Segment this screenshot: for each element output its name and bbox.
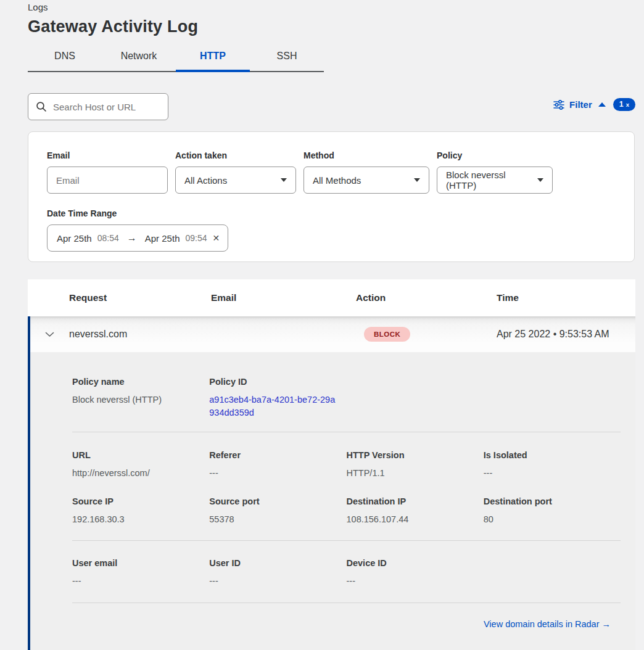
table-row[interactable]: neverssl.com BLOCK Apr 25 2022 • 9:53:53… bbox=[30, 316, 635, 352]
detail-field: Destination IP 108.156.107.44 bbox=[347, 496, 484, 526]
policy-filter-select[interactable]: Block neverssl (HTTP) bbox=[437, 167, 553, 194]
row-expander[interactable] bbox=[30, 332, 69, 337]
tab-network[interactable]: Network bbox=[102, 48, 176, 71]
source-ip-label: Source IP bbox=[72, 496, 209, 506]
chevron-down-icon bbox=[281, 178, 287, 182]
column-header-time: Time bbox=[497, 292, 635, 303]
device-id-value: --- bbox=[347, 575, 484, 588]
tab-http[interactable]: HTTP bbox=[176, 48, 250, 71]
user-id-value: --- bbox=[209, 575, 346, 588]
detail-field: Source IP 192.168.30.3 bbox=[72, 496, 209, 526]
detail-field: Is Isolated --- bbox=[484, 450, 621, 480]
action-filter-group: Action taken All Actions bbox=[175, 150, 296, 194]
detail-field: Policy name Block neverssl (HTTP) bbox=[72, 377, 209, 419]
column-header-email: Email bbox=[211, 292, 356, 303]
detail-field: User email --- bbox=[72, 558, 209, 588]
page-title: Gateway Activity Log bbox=[28, 17, 198, 36]
detail-field: URL http://neverssl.com/ bbox=[72, 450, 209, 480]
chevron-down-icon bbox=[45, 332, 54, 337]
breadcrumb[interactable]: Logs bbox=[28, 2, 48, 12]
email-filter-group: Email bbox=[47, 150, 168, 194]
source-port-value: 55378 bbox=[209, 513, 346, 526]
start-time[interactable]: 08:54 bbox=[97, 233, 119, 243]
end-time[interactable]: 09:54 bbox=[185, 233, 207, 243]
url-label: URL bbox=[72, 450, 209, 460]
radar-link-row: View domain details in Radar → bbox=[72, 603, 621, 630]
policy-filter-group: Policy Block neverssl (HTTP) bbox=[437, 150, 553, 194]
action-filter-select[interactable]: All Actions bbox=[175, 167, 296, 194]
tab-ssh[interactable]: SSH bbox=[250, 48, 324, 71]
chevron-down-icon bbox=[537, 178, 543, 182]
destination-ip-label: Destination IP bbox=[347, 496, 484, 506]
user-section: User email --- User ID --- Device ID --- bbox=[72, 541, 621, 603]
start-date[interactable]: Apr 25th bbox=[57, 233, 92, 244]
filter-clear-x-icon: x bbox=[626, 101, 629, 108]
http-section: URL http://neverssl.com/ Referer --- HTT… bbox=[72, 432, 621, 480]
policy-filter-value: Block neverssl (HTTP) bbox=[446, 170, 531, 191]
search-input[interactable] bbox=[53, 102, 160, 112]
method-filter-value: All Methods bbox=[313, 175, 361, 186]
end-date[interactable]: Apr 25th bbox=[145, 233, 180, 244]
date-range-picker[interactable]: Apr 25th 08:54 → Apr 25th 09:54 ✕ bbox=[47, 224, 228, 252]
row-details-panel: Policy name Block neverssl (HTTP) Policy… bbox=[30, 352, 635, 650]
network-section: Source IP 192.168.30.3 Source port 55378… bbox=[72, 480, 621, 540]
detail-field: Policy ID a91c3eb4-ba7a-4201-be72-29a934… bbox=[209, 377, 346, 419]
detail-field: Destination port 80 bbox=[484, 496, 621, 526]
destination-port-value: 80 bbox=[484, 513, 621, 526]
date-range-group: Date Time Range Apr 25th 08:54 → Apr 25t… bbox=[47, 208, 616, 252]
detail-field: Source port 55378 bbox=[209, 496, 346, 526]
source-ip-value: 192.168.30.3 bbox=[72, 513, 209, 526]
column-header-request: Request bbox=[69, 292, 211, 303]
detail-field: Referer --- bbox=[209, 450, 346, 480]
is-isolated-value: --- bbox=[484, 467, 621, 480]
chevron-down-icon bbox=[414, 178, 420, 182]
is-isolated-label: Is Isolated bbox=[484, 450, 621, 460]
policy-id-label: Policy ID bbox=[209, 377, 346, 387]
search-icon bbox=[36, 101, 47, 112]
expanded-row-container: neverssl.com BLOCK Apr 25 2022 • 9:53:53… bbox=[28, 316, 635, 650]
row-request[interactable]: neverssl.com bbox=[69, 329, 211, 340]
http-version-label: HTTP Version bbox=[347, 450, 484, 460]
method-filter-label: Method bbox=[303, 150, 429, 160]
policy-name-label: Policy name bbox=[72, 377, 209, 387]
clear-date-range-icon[interactable]: ✕ bbox=[213, 233, 220, 243]
column-header-action: Action bbox=[356, 292, 497, 303]
email-filter-field[interactable] bbox=[47, 167, 168, 194]
device-id-label: Device ID bbox=[347, 558, 484, 568]
user-id-label: User ID bbox=[209, 558, 346, 568]
http-version-value: HTTP/1.1 bbox=[347, 467, 484, 480]
detail-field: HTTP Version HTTP/1.1 bbox=[347, 450, 484, 480]
search-box[interactable] bbox=[28, 93, 168, 120]
email-filter-input[interactable] bbox=[56, 175, 159, 186]
user-email-value: --- bbox=[72, 575, 209, 588]
activity-log-table: Request Email Action Time neverssl.com B… bbox=[28, 279, 635, 650]
method-filter-group: Method All Methods bbox=[303, 150, 429, 194]
filter-count-badge[interactable]: 1 x bbox=[613, 98, 635, 111]
policy-name-value: Block neverssl (HTTP) bbox=[72, 393, 209, 406]
row-time: Apr 25 2022 • 9:53:53 AM bbox=[497, 329, 635, 340]
policy-filter-label: Policy bbox=[437, 150, 553, 160]
source-port-label: Source port bbox=[209, 496, 346, 506]
user-email-label: User email bbox=[72, 558, 209, 568]
filter-label: Filter bbox=[569, 99, 592, 110]
policy-id-link[interactable]: a91c3eb4-ba7a-4201-be72-29a934dd359d bbox=[209, 393, 337, 419]
tab-dns[interactable]: DNS bbox=[28, 48, 102, 71]
method-filter-select[interactable]: All Methods bbox=[303, 167, 429, 194]
row-action: BLOCK bbox=[356, 327, 497, 342]
destination-ip-value: 108.156.107.44 bbox=[347, 513, 484, 526]
referer-label: Referer bbox=[209, 450, 346, 460]
view-in-radar-link[interactable]: View domain details in Radar → bbox=[484, 619, 611, 629]
policy-section: Policy name Block neverssl (HTTP) Policy… bbox=[72, 377, 621, 432]
action-filter-value: All Actions bbox=[184, 175, 227, 186]
detail-field: User ID --- bbox=[209, 558, 346, 588]
date-range-label: Date Time Range bbox=[47, 208, 616, 218]
detail-field: Device ID --- bbox=[347, 558, 484, 588]
log-type-tabs: DNS Network HTTP SSH bbox=[28, 48, 324, 72]
filter-toggle[interactable]: Filter 1 x bbox=[553, 98, 635, 111]
email-filter-label: Email bbox=[47, 150, 168, 160]
filter-panel: Email Action taken All Actions Method Al… bbox=[28, 131, 635, 262]
filter-count: 1 bbox=[619, 100, 624, 109]
filter-sliders-icon bbox=[553, 100, 564, 110]
url-value: http://neverssl.com/ bbox=[72, 467, 209, 480]
action-filter-label: Action taken bbox=[175, 150, 296, 160]
